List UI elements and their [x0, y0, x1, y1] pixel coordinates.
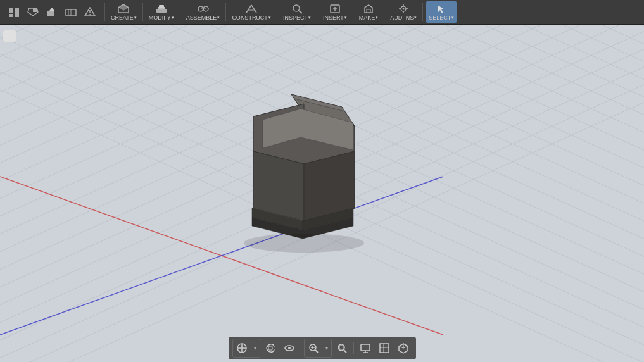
toolbar-assemble[interactable]: ASSEMBLE ▾ — [184, 1, 223, 23]
svg-rect-1 — [15, 8, 19, 13]
toolbar-quick-btn-4[interactable] — [62, 1, 80, 23]
svg-rect-111 — [361, 344, 370, 351]
inspect-arrow: ▾ — [308, 15, 311, 20]
view-cube-btn[interactable] — [395, 339, 412, 357]
zoom-fit-arrow-btn[interactable]: ▾ — [322, 339, 331, 357]
create-label: CREATE ▾ — [111, 15, 137, 21]
svg-rect-3 — [15, 13, 19, 17]
svg-line-23 — [251, 5, 256, 13]
svg-rect-101 — [268, 346, 272, 350]
bottom-sep-2 — [353, 342, 354, 354]
pan-btn[interactable] — [233, 339, 251, 357]
toolbar-quick-btn-5[interactable] — [81, 1, 99, 23]
create-text: CREATE — [111, 15, 134, 21]
zoom-fit-group: ▾ — [304, 339, 332, 358]
construct-arrow: ▾ — [268, 15, 271, 20]
insert-arrow: ▾ — [344, 15, 347, 20]
orbit-btn[interactable] — [262, 339, 279, 357]
sep-2 — [142, 3, 143, 21]
modify-label: MODIFY ▾ — [149, 15, 174, 21]
toolbar-insert[interactable]: INSERT ▾ — [320, 1, 350, 23]
select-label: SELECT ▾ — [429, 15, 454, 21]
main-toolbar: CREATE ▾ MODIFY ▾ ASSEMBLE ▾ CONSTRUCT ▾ — [0, 0, 644, 25]
sep-6 — [317, 3, 317, 21]
sep-9 — [422, 3, 423, 21]
create-arrow: ▾ — [134, 15, 137, 20]
sep-4 — [225, 3, 226, 21]
toolbar-modify[interactable]: MODIFY ▾ — [146, 1, 177, 23]
svg-rect-6 — [47, 11, 54, 16]
toolbar-create[interactable]: CREATE ▾ — [108, 1, 139, 23]
inspect-text: INSPECT — [283, 15, 308, 21]
select-text: SELECT — [429, 15, 451, 21]
pan-arrow-btn[interactable]: ▾ — [251, 339, 260, 357]
toolbar-addins[interactable]: ADD-INS ▾ — [388, 1, 419, 23]
toolbar-quick-btn-1[interactable] — [5, 1, 23, 23]
modify-text: MODIFY — [149, 15, 171, 21]
svg-point-97 — [244, 234, 364, 253]
assemble-label: ASSEMBLE ▾ — [186, 15, 220, 21]
look-btn[interactable] — [281, 339, 298, 357]
svg-point-34 — [403, 8, 405, 9]
modify-arrow: ▾ — [172, 15, 174, 20]
make-text: MAKE — [359, 15, 376, 21]
insert-text: INSERT — [323, 15, 344, 21]
toolbar-select[interactable]: SELECT ▾ — [426, 1, 457, 23]
toolbar-inspect[interactable]: INSPECT ▾ — [281, 1, 313, 23]
display-btn[interactable] — [357, 339, 374, 357]
make-label: MAKE ▾ — [359, 15, 379, 21]
grid-toggle-btn[interactable] — [376, 339, 393, 357]
addins-text: ADD-INS — [390, 15, 414, 21]
svg-line-26 — [299, 11, 302, 13]
insert-label: INSERT ▾ — [323, 15, 347, 21]
mini-minus-btn[interactable]: - — [3, 30, 16, 42]
toolbar-quick-btn-3[interactable] — [43, 1, 61, 23]
addins-label: ADD-INS ▾ — [390, 15, 417, 21]
addins-arrow: ▾ — [414, 15, 417, 20]
svg-rect-0 — [9, 8, 13, 13]
svg-rect-110 — [339, 346, 343, 349]
svg-rect-18 — [159, 5, 164, 8]
svg-rect-114 — [380, 344, 389, 353]
toolbar-quick-btn-2[interactable] — [24, 1, 42, 23]
sep-5 — [277, 3, 277, 21]
pan-group: ▾ — [232, 339, 260, 358]
select-arrow: ▾ — [451, 15, 454, 20]
zoom-window-btn[interactable] — [333, 339, 351, 357]
svg-line-105 — [315, 350, 318, 353]
svg-rect-2 — [9, 14, 13, 17]
grid-svg — [0, 25, 644, 362]
svg-line-109 — [344, 350, 346, 353]
svg-marker-15 — [118, 4, 129, 11]
svg-marker-7 — [49, 8, 54, 11]
svg-point-13 — [89, 14, 91, 15]
construct-label: CONSTRUCT ▾ — [232, 15, 271, 21]
toolbar-construct[interactable]: CONSTRUCT ▾ — [229, 1, 274, 23]
sep-8 — [384, 3, 384, 21]
make-arrow: ▾ — [376, 15, 378, 20]
assemble-text: ASSEMBLE — [186, 15, 217, 21]
svg-line-119 — [399, 346, 403, 348]
construct-text: CONSTRUCT — [232, 15, 268, 21]
canvas-viewport[interactable]: - ▾ ▾ — [0, 25, 644, 362]
assemble-arrow: ▾ — [217, 15, 220, 20]
toolbar-make[interactable]: MAKE ▾ — [357, 1, 381, 23]
svg-point-25 — [293, 5, 300, 11]
zoom-fit-btn[interactable] — [305, 339, 322, 357]
svg-line-120 — [403, 346, 408, 348]
bottom-sep-1 — [301, 342, 301, 354]
inspect-label: INSPECT ▾ — [283, 15, 311, 21]
toolbar-icon-group — [3, 0, 101, 24]
sep-3 — [180, 3, 180, 21]
bottom-toolbar: ▾ ▾ — [229, 337, 416, 359]
mini-toolbar: - — [3, 30, 16, 42]
svg-line-22 — [246, 5, 251, 13]
sep-7 — [353, 3, 353, 21]
sep-1 — [104, 3, 105, 21]
svg-point-103 — [288, 347, 291, 349]
